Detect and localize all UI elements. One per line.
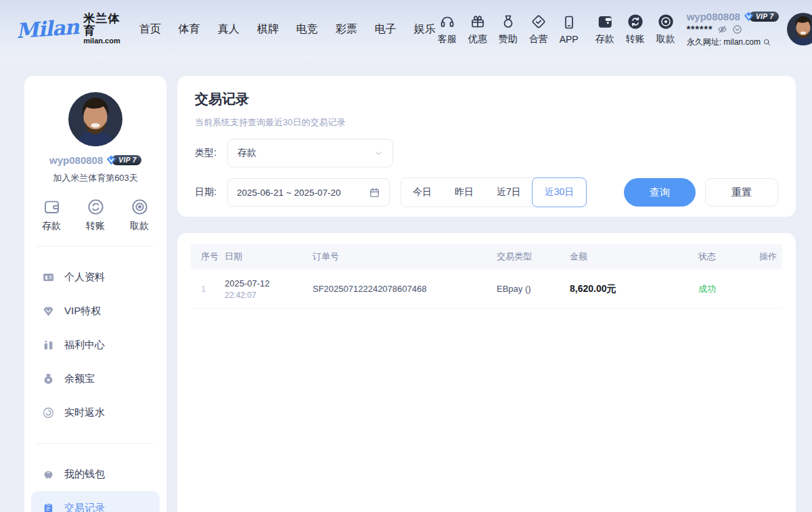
sidebar-quick-actions: 存款 转账 取款 bbox=[24, 198, 166, 232]
query-button[interactable]: 查询 bbox=[624, 178, 696, 207]
app-download-button[interactable]: APP bbox=[558, 14, 581, 45]
reset-button[interactable]: 重置 bbox=[705, 178, 778, 207]
user-avatar[interactable] bbox=[787, 13, 812, 45]
wallet-outline-icon bbox=[43, 198, 61, 216]
sponsor-button[interactable]: 赞助 bbox=[497, 13, 520, 45]
gem-icon bbox=[42, 305, 55, 318]
gift-icon bbox=[470, 13, 486, 30]
date-range-value: 2025-06-21 ~ 2025-07-20 bbox=[237, 188, 341, 198]
sidebar-vip-badge[interactable]: VIP 7 bbox=[106, 154, 141, 166]
page-subtitle: 当前系统支持查询最近30日的交易记录 bbox=[195, 116, 778, 129]
money-bag-icon bbox=[42, 372, 55, 385]
nav-item-home[interactable]: 首页 bbox=[139, 22, 161, 37]
wallet-filled-icon bbox=[596, 13, 614, 30]
promotions-button[interactable]: 优惠 bbox=[466, 13, 489, 45]
clipboard-icon bbox=[42, 502, 55, 512]
preset-yesterday[interactable]: 昨日 bbox=[443, 178, 485, 207]
date-range-input[interactable]: 2025-06-21 ~ 2025-07-20 bbox=[227, 178, 390, 207]
col-order-no: 订单号 bbox=[313, 251, 497, 263]
sidebar-avatar[interactable] bbox=[68, 92, 122, 146]
customer-service-button[interactable]: 客服 bbox=[436, 13, 459, 45]
coin-circle-icon bbox=[657, 13, 675, 30]
nav-item-slots[interactable]: 电子 bbox=[375, 22, 397, 37]
id-card-icon bbox=[42, 271, 55, 284]
join-days-text: 加入米兰体育第603天 bbox=[24, 172, 166, 184]
sidebar-deposit-button[interactable]: 存款 bbox=[42, 198, 61, 232]
brand-script-logo: Milan bbox=[16, 15, 79, 43]
brand-name-cn: 米兰体育 bbox=[83, 13, 120, 37]
filter-panel: 交易记录 当前系统支持查询最近30日的交易记录 类型: 存款 日期: 2025-… bbox=[177, 76, 796, 217]
cell-type: EBpay () bbox=[497, 284, 570, 294]
sidebar-item-benefits[interactable]: 福利中心 bbox=[31, 328, 160, 362]
nav-item-entertainment[interactable]: 娱乐 bbox=[414, 22, 436, 37]
nav-item-esports[interactable]: 电竞 bbox=[296, 22, 318, 37]
page-title: 交易记录 bbox=[195, 90, 778, 108]
affiliate-button[interactable]: 合营 bbox=[527, 13, 550, 45]
permanent-url-label: 永久网址: milan.com bbox=[687, 37, 761, 48]
vip-badge[interactable]: VIP 7 bbox=[743, 11, 779, 22]
sidebar-item-wallet[interactable]: 我的钱包 bbox=[31, 457, 160, 491]
nav-item-sports[interactable]: 体育 bbox=[179, 22, 200, 37]
refresh-circle-icon[interactable] bbox=[732, 24, 742, 35]
quick-toolbar: 客服 优惠 赞助 合营 APP bbox=[436, 13, 677, 45]
nav-item-live[interactable]: 真人 bbox=[218, 22, 240, 37]
nav-item-cards[interactable]: 棋牌 bbox=[257, 22, 279, 37]
eye-off-icon[interactable] bbox=[717, 24, 727, 35]
type-select-value: 存款 bbox=[238, 147, 256, 159]
rebate-icon bbox=[42, 406, 55, 419]
col-action: 操作 bbox=[754, 251, 782, 263]
table-row: 1 2025-07-12 22:42:07 SF2025071222420786… bbox=[191, 270, 782, 309]
magnifier-icon[interactable] bbox=[763, 38, 771, 47]
calendar-icon bbox=[369, 187, 380, 198]
preset-7days[interactable]: 近7日 bbox=[485, 178, 533, 207]
profile-sidebar: wyp080808 VIP 7 加入米兰体育第603天 存款 转账 取款 个人资… bbox=[24, 76, 166, 512]
vip-diamond-icon bbox=[743, 11, 754, 22]
col-status: 状态 bbox=[698, 251, 754, 263]
top-navbar: Milan 米兰体育 milan.com 首页 体育 真人 棋牌 电竞 彩票 电… bbox=[0, 0, 812, 58]
preset-30days[interactable]: 近30日 bbox=[532, 177, 587, 207]
vip-diamond-icon bbox=[106, 154, 117, 166]
nav-item-lottery[interactable]: 彩票 bbox=[336, 22, 357, 37]
benefits-icon bbox=[42, 339, 55, 351]
col-amount: 金额 bbox=[570, 251, 698, 263]
smartphone-icon bbox=[561, 14, 577, 31]
sidebar-item-rebate[interactable]: 实时返水 bbox=[31, 396, 160, 429]
col-date: 日期 bbox=[225, 251, 313, 263]
brand-logo[interactable]: Milan 米兰体育 milan.com bbox=[16, 13, 120, 45]
medal-icon bbox=[500, 13, 516, 30]
sidebar-divider bbox=[37, 246, 154, 247]
col-type: 交易类型 bbox=[497, 251, 570, 263]
headset-icon bbox=[439, 13, 455, 30]
sidebar-menu-wallet: 我的钱包 交易记录 bbox=[24, 457, 166, 512]
piggy-bank-icon bbox=[42, 468, 55, 481]
cell-time-value: 22:42:07 bbox=[225, 291, 313, 300]
sidebar-item-yuebao[interactable]: 余额宝 bbox=[31, 362, 160, 396]
cell-amount: 8,620.00元 bbox=[570, 283, 698, 295]
sidebar-item-vip[interactable]: VIP特权 bbox=[31, 294, 160, 328]
sidebar-item-transactions[interactable]: 交易记录 bbox=[31, 491, 160, 512]
cell-order-no: SF202507122242078607468 bbox=[313, 284, 497, 294]
sidebar-username: wyp080808 bbox=[49, 154, 103, 166]
account-summary: wyp080808 VIP 7 ****** 永久网址: milan.com bbox=[687, 11, 779, 48]
transactions-table-panel: 序号 日期 订单号 交易类型 金额 状态 操作 1 2025-07-12 22:… bbox=[177, 233, 796, 512]
table-header: 序号 日期 订单号 交易类型 金额 状态 操作 bbox=[191, 244, 782, 270]
deposit-button[interactable]: 存款 bbox=[593, 13, 616, 45]
sidebar-withdraw-button[interactable]: 取款 bbox=[130, 198, 149, 232]
sidebar-transfer-button[interactable]: 转账 bbox=[86, 198, 105, 232]
type-select[interactable]: 存款 bbox=[227, 139, 393, 167]
preset-today[interactable]: 今日 bbox=[401, 178, 443, 207]
col-index: 序号 bbox=[191, 251, 225, 263]
date-label: 日期: bbox=[195, 186, 227, 198]
main-nav: 首页 体育 真人 棋牌 电竞 彩票 电子 娱乐 bbox=[139, 22, 436, 37]
date-range-presets: 今日 昨日 近7日 近30日 bbox=[401, 177, 587, 207]
transfer-button[interactable]: 转账 bbox=[624, 13, 647, 45]
sidebar-item-profile[interactable]: 个人资料 bbox=[31, 260, 160, 294]
brand-domain: milan.com bbox=[83, 37, 120, 45]
username[interactable]: wyp080808 bbox=[687, 11, 740, 22]
withdraw-button[interactable]: 取款 bbox=[654, 13, 677, 45]
cell-index: 1 bbox=[191, 284, 225, 294]
sidebar-menu: 个人资料 VIP特权 福利中心 余额宝 实时返水 bbox=[24, 260, 166, 429]
transfer-outline-icon bbox=[87, 198, 105, 216]
coin-outline-icon bbox=[131, 198, 149, 216]
masked-balance: ****** bbox=[687, 26, 713, 33]
